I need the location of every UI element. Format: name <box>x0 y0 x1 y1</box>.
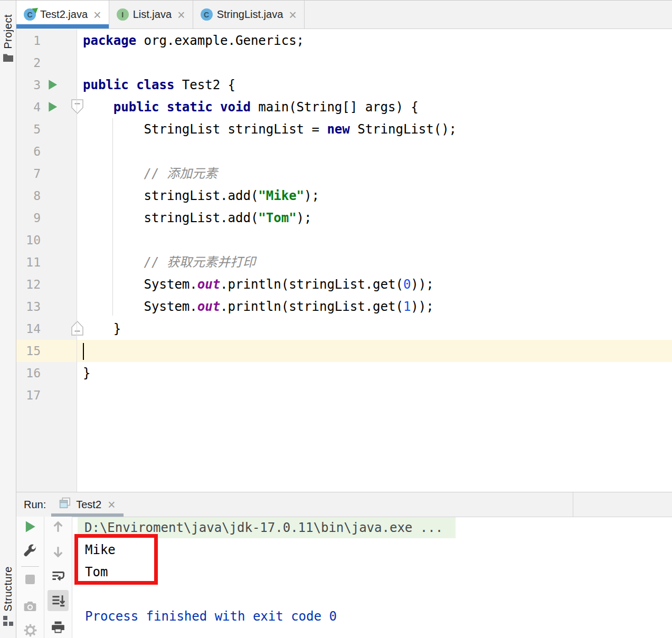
code-text <box>77 229 83 251</box>
run-toolbar-left <box>16 517 44 638</box>
console-line: Process finished with exit code 0 <box>72 605 672 627</box>
console-line: D:\Enviroment\java\jdk-17.0.11\bin\java.… <box>72 517 672 539</box>
tab-label: StringList.java <box>217 8 283 21</box>
line-number: 10 <box>16 229 41 251</box>
run-toolbar-right <box>44 517 72 638</box>
line-number: 17 <box>16 384 41 406</box>
rerun-button[interactable] <box>23 520 37 536</box>
tab-list-java[interactable]: I List.java × <box>109 1 193 28</box>
gutter-cell <box>41 163 77 185</box>
console-output[interactable]: D:\Enviroment\java\jdk-17.0.11\bin\java.… <box>72 517 672 638</box>
gutter-cell <box>41 96 77 118</box>
code-line[interactable]: 17 <box>16 384 672 406</box>
line-number: 12 <box>16 273 41 296</box>
line-number: 11 <box>16 251 41 273</box>
close-icon[interactable]: × <box>177 9 185 20</box>
code-line[interactable]: 6 <box>16 140 672 163</box>
line-number: 2 <box>16 52 41 74</box>
gutter-cell <box>41 229 77 251</box>
run-line-icon[interactable] <box>46 79 59 91</box>
settings-wrench-button[interactable] <box>23 544 37 560</box>
line-number: 9 <box>16 207 41 229</box>
close-icon[interactable]: × <box>93 9 101 20</box>
code-line[interactable]: 5 StringList stringList = new StringList… <box>16 118 672 140</box>
code-line[interactable]: 13 System.out.println(stringList.get(1))… <box>16 296 672 318</box>
folder-icon <box>3 53 13 64</box>
code-line[interactable]: 12 System.out.println(stringList.get(0))… <box>16 273 672 296</box>
class-icon: C <box>201 8 213 21</box>
scroll-to-end-button[interactable] <box>51 594 65 610</box>
run-label: Run: <box>24 499 46 511</box>
code-line[interactable]: 7 // 添加元素 <box>16 163 672 185</box>
line-number: 16 <box>16 362 41 384</box>
gear-button <box>23 623 37 638</box>
code-line[interactable]: 4 public static void main(String[] args)… <box>16 96 672 118</box>
close-icon[interactable]: × <box>108 499 116 510</box>
code-text: // 添加元素 <box>77 163 217 185</box>
run-tool-window: Run: Test2 × <box>16 492 672 638</box>
code-text: public class Test2 { <box>77 74 235 96</box>
code-text <box>77 384 83 406</box>
structure-icon <box>3 616 13 628</box>
gutter-cell <box>41 52 77 74</box>
gutter-cell <box>41 185 77 207</box>
tab-label: List.java <box>133 8 172 21</box>
code-line[interactable]: 16} <box>16 362 672 384</box>
run-line-icon[interactable] <box>46 101 59 113</box>
gutter-cell <box>41 251 77 273</box>
close-icon[interactable]: × <box>289 9 297 20</box>
code-line[interactable]: 8 stringList.add("Mike"); <box>16 185 672 207</box>
code-editor[interactable]: 1package org.example.Generics;23public c… <box>16 30 672 492</box>
gutter-cell <box>41 273 77 296</box>
run-tab-label: Test2 <box>76 499 101 511</box>
fold-end-icon[interactable] <box>71 321 83 336</box>
gutter-divider <box>77 30 77 492</box>
line-number: 5 <box>16 118 41 140</box>
code-text: StringList stringList = new StringList()… <box>77 118 457 140</box>
gutter-cell <box>41 318 77 340</box>
tab-stringlist-java[interactable]: C StringList.java × <box>193 1 305 28</box>
screenshot-camera-button <box>23 599 37 615</box>
code-text <box>77 52 83 74</box>
line-number: 7 <box>16 163 41 185</box>
code-text: stringList.add("Mike"); <box>77 185 319 207</box>
project-label: Project <box>2 14 14 49</box>
gutter-cell <box>41 74 77 96</box>
code-line[interactable]: 3public class Test2 { <box>16 74 672 96</box>
gutter-cell <box>41 340 77 362</box>
print-button[interactable] <box>51 621 65 636</box>
run-tab-test2[interactable]: Test2 × <box>51 492 123 517</box>
code-line[interactable]: 10 <box>16 229 672 251</box>
code-text: public static void main(String[] args) { <box>77 96 419 118</box>
structure-label: Structure <box>2 566 14 612</box>
tab-label: Test2.java <box>40 8 88 21</box>
down-stack-trace-button <box>51 545 65 561</box>
code-line[interactable]: 11 // 获取元素并打印 <box>16 251 672 273</box>
code-text <box>77 140 83 163</box>
tab-test2-java[interactable]: C Test2.java × <box>16 1 109 28</box>
toolbar-separator <box>21 566 39 567</box>
soft-wrap-button[interactable] <box>51 569 65 585</box>
code-line[interactable]: 2 <box>16 52 672 74</box>
code-line[interactable]: 14 } <box>16 318 672 340</box>
gutter-cell <box>41 384 77 406</box>
structure-toolwindow-button[interactable]: Structure <box>0 566 16 628</box>
header-divider <box>573 492 573 517</box>
editor-tab-bar: C Test2.java × I List.java × C StringLis… <box>16 1 672 29</box>
up-stack-trace-button <box>51 520 65 536</box>
code-line[interactable]: 1package org.example.Generics; <box>16 30 672 52</box>
code-line[interactable]: 9 stringList.add("Tom"); <box>16 207 672 229</box>
code-line[interactable]: 15 <box>16 340 672 362</box>
fold-collapse-icon[interactable] <box>71 99 83 114</box>
console-line: Tom <box>72 561 672 583</box>
line-number: 3 <box>16 74 41 96</box>
tool-window-strip: Project Structure <box>0 1 16 638</box>
project-toolwindow-button[interactable]: Project <box>0 14 16 64</box>
line-number: 8 <box>16 185 41 207</box>
console-line <box>72 583 672 605</box>
line-number: 14 <box>16 318 41 340</box>
class-runnable-icon: C <box>24 8 36 21</box>
text-caret <box>83 343 84 360</box>
gutter-cell <box>41 30 77 52</box>
gutter-cell <box>41 118 77 140</box>
